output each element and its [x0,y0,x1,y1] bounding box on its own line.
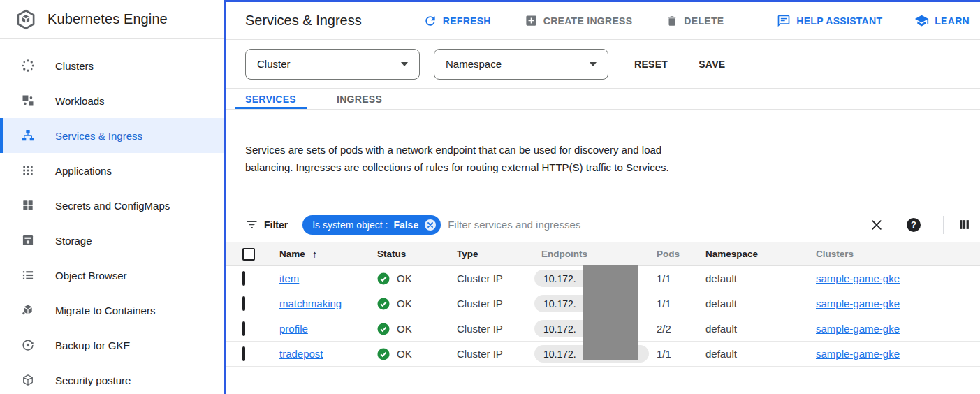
toolbar-actions: REFRESH CREATE INGRESS [423,14,724,28]
applications-icon [21,163,35,177]
refresh-icon [423,14,437,28]
status-ok-icon [377,348,390,360]
service-type: Cluster IP [457,298,534,309]
sidebar-item-label: Workloads [55,95,105,107]
namespace-select-label: Namespace [446,58,502,70]
scope-filter-row: Cluster Namespace RESET SAVE [226,40,980,89]
sidebar-item-label: Object Browser [55,270,127,282]
help-assistant-button[interactable]: HELP ASSISTANT [777,14,882,28]
security-posture-icon [21,373,35,387]
toolbar-right-actions: HELP ASSISTANT LEARN [777,13,970,28]
column-header-endpoints: Endpoints [534,249,657,259]
table-filter-bar: Filter Is system object : False [226,207,980,242]
filter-search-input[interactable] [446,218,870,231]
sidebar-item-label: Migrate to Containers [55,305,155,316]
sidebar-item-migrate-to-containers[interactable]: Migrate to Containers [0,293,224,328]
status-text: OK [397,272,412,284]
divider [943,216,944,234]
namespace-value: default [705,272,816,284]
page-title: Services & Ingress [245,13,362,29]
tab-services[interactable]: SERVICES [235,89,307,109]
status-text: OK [397,298,412,309]
namespace-value: default [705,323,816,335]
column-display-icon[interactable] [958,219,970,231]
filter-chip-value: False [393,219,418,231]
status-ok-icon [377,298,390,310]
object-browser-icon [21,268,35,282]
gke-console: Kubernetes Engine Clusters [0,0,980,394]
learn-button[interactable]: LEARN [914,13,970,28]
backup-gke-icon [21,338,35,352]
help-assistant-label: HELP ASSISTANT [796,15,882,27]
pods-count: 1/1 [657,272,705,284]
sidebar-item-backup-for-gke[interactable]: Backup for GKE [0,328,224,363]
sidebar-item-services-ingress[interactable]: Services & Ingress [0,118,224,153]
refresh-button[interactable]: REFRESH [423,14,491,28]
kubernetes-engine-logo-icon [15,9,36,30]
column-header-name[interactable]: Name ↑ [279,248,377,260]
chip-remove-icon[interactable] [424,219,437,231]
description-text: Services are sets of pods with a network… [245,141,678,176]
service-name-link[interactable]: profile [279,323,308,335]
row-checkbox[interactable] [242,321,245,336]
sidebar-item-label: Services & Ingress [55,130,142,142]
pods-count: 1/1 [657,348,705,360]
delete-label: DELETE [684,15,724,27]
sidebar-item-secrets-configmaps[interactable]: Secrets and ConfigMaps [0,188,224,223]
redaction-overlay [583,265,638,360]
tab-ingress[interactable]: INGRESS [326,89,393,109]
column-header-namespace: Namespace [705,249,816,259]
pods-count: 2/2 [657,323,705,335]
chevron-down-icon [401,62,408,66]
service-type: Cluster IP [457,348,534,360]
column-header-status: Status [377,249,457,259]
clear-filters-icon[interactable] [870,218,884,232]
add-box-icon [525,14,538,27]
status-ok-icon [377,272,390,285]
sidebar-item-label: Backup for GKE [55,340,131,351]
column-header-type: Type [457,249,534,259]
filter-chip-is-system-object[interactable]: Is system object : False [302,215,441,235]
sidebar-item-object-browser[interactable]: Object Browser [0,258,224,293]
sidebar-item-storage[interactable]: Storage [0,223,224,258]
status-text: OK [397,323,412,335]
select-all-checkbox[interactable] [242,248,255,261]
chat-icon [777,14,791,28]
namespace-select[interactable]: Namespace [434,49,608,80]
create-ingress-label: CREATE INGRESS [543,15,633,27]
cluster-link[interactable]: sample-game-gke [816,298,900,309]
help-icon[interactable]: ? [907,218,921,232]
namespace-value: default [705,348,816,360]
cluster-link[interactable]: sample-game-gke [816,348,900,360]
sidebar-item-label: Storage [55,235,92,247]
create-ingress-button[interactable]: CREATE INGRESS [525,14,633,27]
trash-icon [666,15,678,27]
storage-icon [21,233,35,247]
filter-bar-icons: ? [870,216,970,234]
delete-button[interactable]: DELETE [666,15,724,27]
column-header-pods: Pods [657,249,705,259]
save-button[interactable]: SAVE [699,59,725,70]
service-name-link[interactable]: matchmaking [279,298,342,309]
page-toolbar: Services & Ingress REFRESH [226,2,980,40]
row-checkbox[interactable] [242,271,245,286]
reset-button[interactable]: RESET [634,59,668,70]
sidebar-item-clusters[interactable]: Clusters [0,48,224,83]
row-checkbox[interactable] [242,296,245,311]
sidebar-item-applications[interactable]: Applications [0,153,224,188]
cluster-select[interactable]: Cluster [245,49,420,80]
cluster-link[interactable]: sample-game-gke [816,323,900,335]
sidebar-item-security-posture[interactable]: Security posture [0,363,224,394]
secrets-configmaps-icon [21,198,35,212]
sidebar-header: Kubernetes Engine [0,0,224,39]
filter-chip-text: Is system object : [312,219,388,231]
workloads-icon [21,94,35,108]
service-name-link[interactable]: tradepost [279,348,323,360]
service-name-link[interactable]: item [279,272,299,284]
sidebar: Kubernetes Engine Clusters [0,0,224,394]
chevron-down-icon [590,62,597,66]
sidebar-item-workloads[interactable]: Workloads [0,83,224,118]
cluster-link[interactable]: sample-game-gke [816,272,900,284]
row-checkbox[interactable] [242,346,245,361]
page-description: Services are sets of pods with a network… [226,110,980,207]
